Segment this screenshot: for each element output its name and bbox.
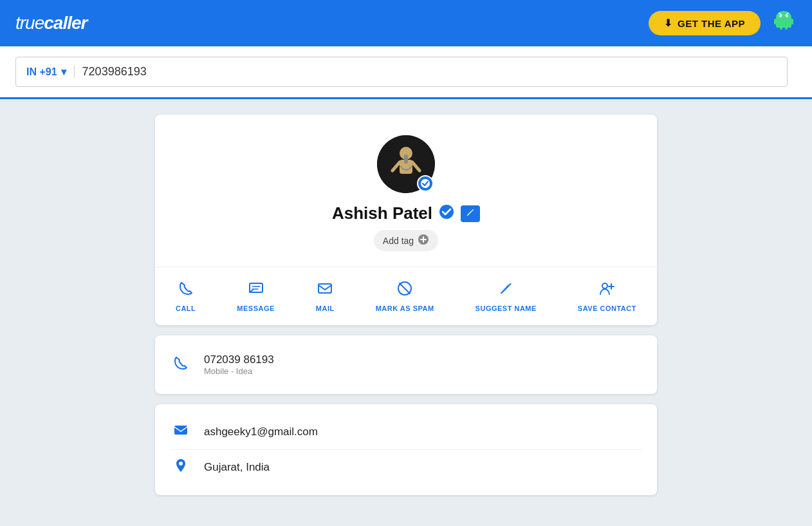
spam-icon — [396, 280, 413, 301]
location-icon — [171, 458, 191, 477]
suggest-name-icon — [497, 280, 514, 301]
logo: truecaller — [15, 13, 87, 33]
phone-info-row: 072039 86193 Mobile - Idea — [171, 348, 641, 381]
location-text-block: Gujarat, India — [204, 461, 270, 474]
phone-carrier: Mobile - Idea — [204, 366, 274, 376]
phone-search-input[interactable] — [82, 65, 777, 79]
suggest-name-action[interactable]: SUGGEST NAME — [465, 275, 547, 317]
download-icon: ⬇ — [664, 17, 673, 29]
call-icon — [178, 280, 194, 301]
call-action[interactable]: CALL — [165, 275, 206, 317]
svg-rect-3 — [791, 19, 793, 24]
profile-card: Ashish Patel — [155, 115, 657, 325]
email-location-card: ashgeeky1@gmail.com Gujarat, India — [155, 404, 657, 495]
location-text: Gujarat, India — [204, 461, 270, 474]
phone-info-icon — [171, 355, 191, 375]
mail-label: MAIL — [316, 305, 335, 312]
content: Ashish Patel — [0, 99, 812, 511]
search-bar: IN +91 ▾ — [0, 46, 812, 99]
svg-rect-13 — [404, 155, 408, 164]
save-contact-icon — [598, 280, 615, 301]
svg-rect-25 — [318, 284, 331, 293]
get-app-button[interactable]: ⬇ GET THE APP — [649, 11, 761, 35]
svg-point-28 — [602, 283, 607, 288]
email-address: ashgeeky1@gmail.com — [204, 426, 318, 438]
email-icon — [171, 422, 191, 442]
country-select[interactable]: IN +91 ▾ — [26, 66, 75, 78]
message-label: MESSAGE — [237, 305, 275, 312]
profile-name: Ashish Patel — [332, 203, 432, 223]
profile-top: Ashish Patel — [155, 115, 657, 267]
location-info-row: Gujarat, India — [171, 453, 641, 482]
country-code: IN +91 — [26, 66, 57, 78]
info-divider — [171, 449, 641, 450]
mark-spam-label: MARK AS SPAM — [376, 305, 434, 312]
add-tag-label: Add tag — [383, 236, 414, 246]
mark-spam-action[interactable]: MARK AS SPAM — [365, 275, 445, 317]
add-tag-button[interactable]: Add tag — [374, 230, 438, 251]
email-text-block: ashgeeky1@gmail.com — [204, 426, 318, 438]
phone-text-block: 072039 86193 Mobile - Idea — [204, 353, 274, 376]
message-action[interactable]: MESSAGE — [226, 275, 285, 317]
svg-rect-2 — [774, 19, 777, 24]
android-icon — [771, 9, 797, 37]
truecaller-verified-badge — [417, 175, 434, 192]
header: truecaller ⬇ GET THE APP — [0, 0, 812, 46]
main-card-area: Ashish Patel — [155, 115, 657, 495]
chevron-down-icon: ▾ — [61, 66, 66, 78]
svg-rect-4 — [780, 24, 782, 30]
email-info-row: ashgeeky1@gmail.com — [171, 417, 641, 447]
svg-line-27 — [400, 283, 410, 294]
call-label: CALL — [176, 305, 196, 312]
actions-row: CALL MESSAGE — [155, 267, 657, 325]
phone-info-card: 072039 86193 Mobile - Idea — [155, 335, 657, 394]
suggest-name-label: SUGGEST NAME — [475, 305, 537, 312]
header-right: ⬇ GET THE APP — [649, 9, 797, 37]
svg-point-17 — [439, 205, 454, 219]
svg-rect-1 — [776, 17, 791, 28]
message-icon — [248, 280, 264, 301]
verified-check-icon — [439, 204, 454, 223]
avatar — [377, 135, 435, 193]
svg-rect-5 — [785, 24, 788, 30]
mail-icon — [317, 280, 333, 301]
svg-rect-31 — [174, 426, 187, 435]
search-inner: IN +91 ▾ — [15, 57, 788, 87]
edit-name-icon[interactable] — [461, 205, 480, 222]
save-contact-action[interactable]: SAVE CONTACT — [567, 275, 647, 317]
svg-point-32 — [179, 462, 183, 465]
mail-action[interactable]: MAIL — [306, 275, 345, 317]
get-app-label: GET THE APP — [678, 18, 745, 29]
profile-name-row: Ashish Patel — [332, 203, 480, 223]
phone-number: 072039 86193 — [204, 353, 274, 366]
plus-circle-icon — [418, 234, 429, 247]
save-contact-label: SAVE CONTACT — [578, 305, 636, 312]
